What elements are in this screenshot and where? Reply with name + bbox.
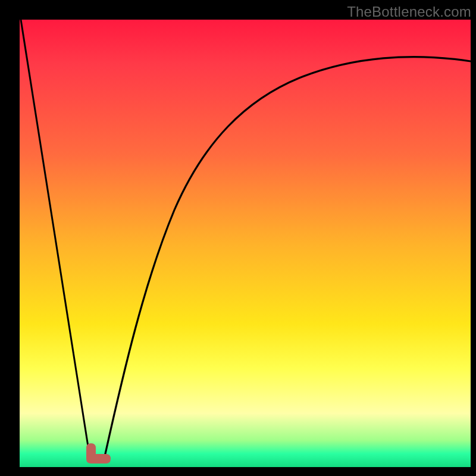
left-descent-line — [21, 20, 90, 458]
watermark-text: TheBottleneck.com — [347, 4, 471, 20]
curve-layer — [20, 20, 471, 467]
right-ascent-curve — [105, 57, 471, 456]
chart-frame: TheBottleneck.com — [0, 0, 476, 476]
